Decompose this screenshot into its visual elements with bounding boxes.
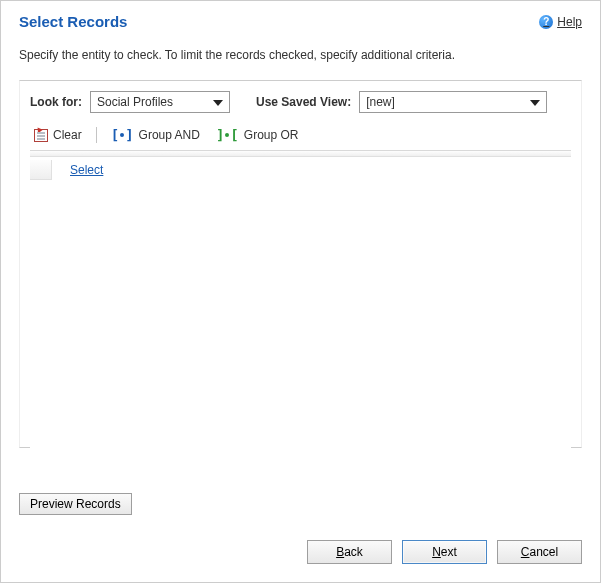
toolbar-divider	[96, 127, 97, 143]
clear-button[interactable]: Clear	[30, 126, 86, 144]
cancel-button[interactable]: Cancel	[497, 540, 582, 564]
criteria-toolbar: Clear [] Group AND ][ Group OR	[30, 123, 571, 150]
entity-row: Look for: Social Profiles Use Saved View…	[30, 91, 571, 113]
group-or-button[interactable]: ][ Group OR	[212, 126, 303, 144]
group-and-icon: []	[111, 128, 134, 142]
row-handle[interactable]	[30, 160, 52, 180]
help-link[interactable]: ? Help	[539, 15, 582, 29]
saved-view-value: [new]	[366, 95, 395, 109]
criteria-panel: Look for: Social Profiles Use Saved View…	[19, 80, 582, 448]
select-criteria-link[interactable]: Select	[70, 163, 103, 177]
look-for-select[interactable]: Social Profiles	[90, 91, 230, 113]
saved-view-select[interactable]: [new]	[359, 91, 547, 113]
help-icon: ?	[539, 15, 553, 29]
criteria-row: Select	[30, 160, 571, 180]
look-for-label: Look for:	[30, 95, 82, 109]
page-title: Select Records	[19, 13, 127, 30]
clear-label: Clear	[53, 128, 82, 142]
group-or-icon: ][	[216, 128, 239, 142]
saved-view-label: Use Saved View:	[256, 95, 351, 109]
back-button[interactable]: Back	[307, 540, 392, 564]
criteria-grid: Select	[30, 150, 571, 450]
help-label: Help	[557, 15, 582, 29]
footer-buttons: Back Next Cancel	[307, 540, 582, 564]
group-or-label: Group OR	[244, 128, 299, 142]
header: Select Records ? Help	[1, 1, 600, 38]
grid-body: Select	[30, 157, 571, 180]
look-for-value: Social Profiles	[97, 95, 173, 109]
clear-icon	[34, 129, 48, 142]
dialog-root: Select Records ? Help Specify the entity…	[0, 0, 601, 583]
group-and-label: Group AND	[139, 128, 200, 142]
preview-records-button[interactable]: Preview Records	[19, 493, 132, 515]
group-and-button[interactable]: [] Group AND	[107, 126, 204, 144]
preview-wrap: Preview Records	[19, 493, 132, 515]
description-text: Specify the entity to check. To limit th…	[1, 38, 600, 80]
next-button[interactable]: Next	[402, 540, 487, 564]
